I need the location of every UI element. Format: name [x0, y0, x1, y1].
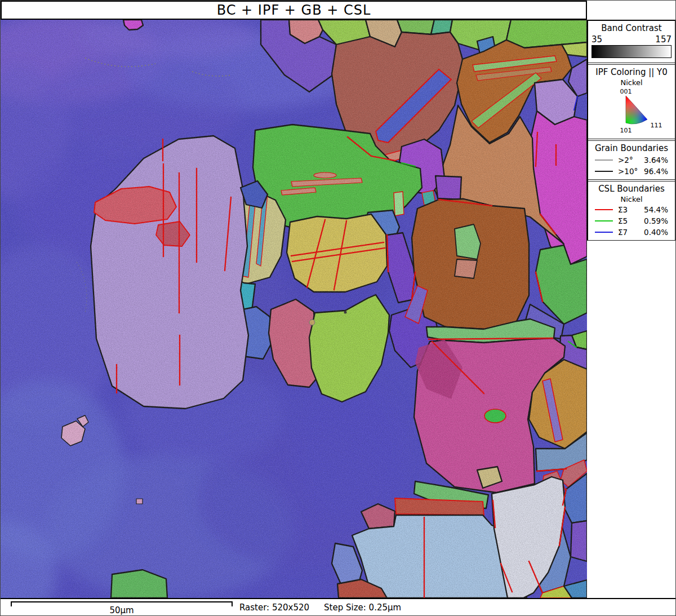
raster-size: Raster: 520x520 [239, 602, 309, 613]
band-contrast-gradient [592, 45, 671, 58]
band-contrast-title: Band Contrast [590, 23, 673, 33]
csl-boundaries-title: CSL Boundaries [590, 184, 673, 194]
sigma5-line-swatch [595, 220, 613, 221]
page-title: BC + IPF + GB + CSL [217, 2, 371, 18]
title-bar: BC + IPF + GB + CSL [1, 1, 587, 20]
sigma7-value: 0.40% [644, 228, 668, 237]
gb2-line-swatch [595, 159, 613, 161]
sigma7-label: Σ7 [618, 228, 628, 237]
sigma3-label: Σ3 [618, 205, 628, 214]
band-contrast-min: 35 [592, 34, 602, 45]
ipf-title: IPF Coloring || Y0 [590, 67, 673, 77]
step-size: Step Size: 0.25µm [324, 602, 401, 613]
gb10-line-swatch [595, 171, 613, 172]
gb10-value: 96.4% [644, 167, 668, 176]
ebsd-map-canvas[interactable] [1, 20, 587, 598]
ipf-phase: Nickel [590, 78, 673, 87]
sigma3-value: 54.4% [644, 205, 668, 214]
ipf-triangle: 001 101 111 [592, 88, 671, 135]
legend-row-gb2: >2° 3.64% [590, 154, 673, 166]
scale-bar-label: 50µm [11, 605, 233, 615]
sigma7-line-swatch [595, 232, 613, 233]
legend-row-sigma3: Σ3 54.4% [590, 204, 673, 215]
ipf-pole-101-label: 101 [620, 127, 632, 134]
legend-row-sigma5: Σ5 0.59% [590, 215, 673, 227]
gb2-label: >2° [618, 156, 633, 165]
legend-ipf: IPF Coloring || Y0 Nickel [588, 65, 675, 139]
legend-panel: Band Contrast 35 157 IPF Coloring || Y0 … [587, 20, 675, 241]
ipf-color-key: 001 101 111 [590, 87, 673, 136]
noise-overlay-light [1, 20, 587, 598]
ipf-pole-001-label: 001 [620, 88, 632, 95]
legend-band-contrast: Band Contrast 35 157 [588, 21, 675, 63]
gb2-value: 3.64% [644, 156, 668, 165]
legend-csl-boundaries: CSL Boundaries Nickel Σ3 54.4% Σ5 0.59% … [588, 181, 675, 240]
sigma3-line-swatch [595, 209, 613, 210]
ipf-triangle-shape [626, 96, 647, 124]
grain-boundaries-title: Grain Boundaries [590, 143, 673, 153]
band-contrast-range: 35 157 [590, 34, 673, 45]
ipf-pole-111-label: 111 [651, 122, 662, 129]
legend-grain-boundaries: Grain Boundaries >2° 3.64% >10° 96.4% [588, 141, 675, 179]
band-contrast-max: 157 [655, 34, 671, 45]
map-viewport[interactable] [1, 20, 587, 598]
status-bar: 50µm Raster: 520x520 Step Size: 0.25µm [1, 598, 676, 616]
sigma5-value: 0.59% [644, 216, 668, 225]
legend-row-gb10: >10° 96.4% [590, 166, 673, 177]
csl-phase: Nickel [590, 195, 673, 203]
ebsd-map-window: BC + IPF + GB + CSL [0, 0, 676, 616]
sigma5-label: Σ5 [618, 216, 628, 225]
legend-row-sigma7: Σ7 0.40% [590, 227, 673, 238]
raster-info: Raster: 520x520 Step Size: 0.25µm [239, 599, 401, 615]
gb10-label: >10° [618, 167, 638, 176]
